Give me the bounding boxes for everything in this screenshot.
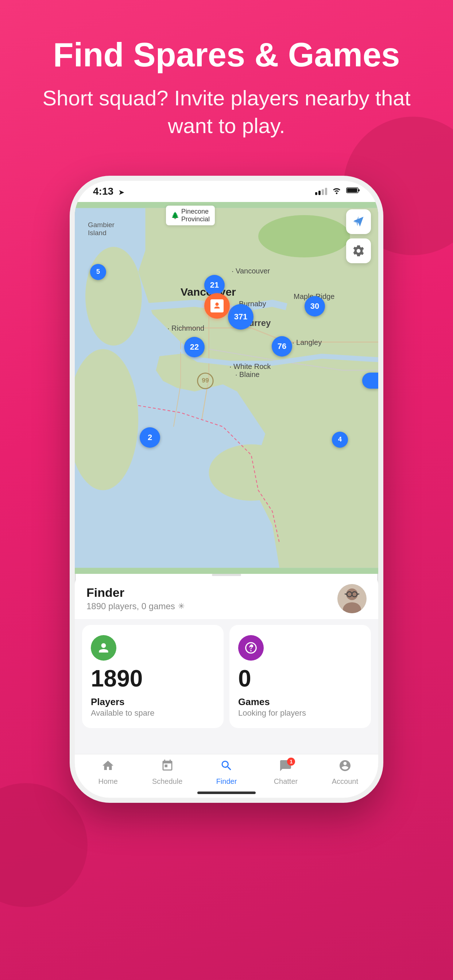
players-label: Players xyxy=(91,696,215,708)
finder-header: Finder 1890 players, 0 games ✳ xyxy=(75,574,378,619)
signal-icon xyxy=(315,188,327,195)
map-label-vancouver-top: · Vancouver xyxy=(231,267,270,275)
svg-point-6 xyxy=(209,444,293,501)
finder-subtitle: 1890 players, 0 games ✳ xyxy=(86,601,185,611)
map-label-blaine: · Blaine xyxy=(235,371,260,379)
map-label-gambier: GambierIsland xyxy=(88,221,115,237)
games-count: 0 xyxy=(238,665,362,692)
svg-point-4 xyxy=(85,247,142,345)
phone-notch xyxy=(197,181,256,194)
map-marker-5[interactable]: 5 xyxy=(90,264,106,280)
games-icon xyxy=(238,635,264,660)
map-label-richmond: · Richmond xyxy=(167,324,204,332)
map-marker-76[interactable]: 76 xyxy=(272,336,292,356)
map-marker-21[interactable]: 21 xyxy=(204,275,225,295)
nav-label-account: Account xyxy=(332,777,358,786)
finder-title: Finder xyxy=(86,585,185,600)
battery-icon xyxy=(346,187,360,196)
map-label-white-rock: · White Rock xyxy=(230,363,271,371)
map-marker-2[interactable]: 2 xyxy=(140,427,160,448)
games-stat-card[interactable]: 0 Games Looking for players xyxy=(230,625,371,728)
map-marker-edge[interactable] xyxy=(362,372,378,389)
svg-point-8 xyxy=(322,508,364,543)
svg-rect-1 xyxy=(347,188,357,192)
nav-label-finder: Finder xyxy=(216,777,237,786)
loading-spinner: ✳ xyxy=(178,601,185,611)
chatter-icon: 1 xyxy=(279,759,292,775)
nav-item-schedule[interactable]: Schedule xyxy=(137,759,196,786)
status-icons xyxy=(315,186,360,197)
bottom-panel: Finder 1890 players, 0 games ✳ xyxy=(75,574,378,754)
players-count: 1890 xyxy=(91,665,215,692)
svg-text:99: 99 xyxy=(202,377,209,384)
games-sublabel: Looking for players xyxy=(238,708,362,718)
map-marker-371[interactable]: 371 xyxy=(228,304,254,329)
games-label: Games xyxy=(238,696,362,708)
svg-point-11 xyxy=(258,215,350,258)
map-svg: 99 xyxy=(75,202,378,574)
nav-label-home: Home xyxy=(99,777,118,786)
map-user-location[interactable] xyxy=(204,293,230,319)
nav-item-chatter[interactable]: 1 Chatter xyxy=(256,759,315,786)
nav-item-finder[interactable]: Finder xyxy=(197,759,256,786)
home-indicator xyxy=(197,792,256,794)
status-time: 4:13 ➤ xyxy=(93,186,124,197)
user-avatar[interactable] xyxy=(337,584,367,613)
hero-title: Find Spares & Games xyxy=(29,37,424,73)
svg-line-19 xyxy=(357,594,359,594)
wifi-icon xyxy=(332,186,342,197)
schedule-icon xyxy=(161,759,174,775)
pull-handle xyxy=(212,570,241,576)
players-icon xyxy=(91,635,116,660)
phone-frame: 4:13 ➤ xyxy=(70,176,383,803)
svg-rect-2 xyxy=(358,189,360,191)
nav-item-home[interactable]: Home xyxy=(78,759,137,786)
stats-row: 1890 Players Available to spare 0 xyxy=(82,625,371,728)
players-sublabel: Available to spare xyxy=(91,708,215,718)
hero-section: Find Spares & Games Short squad? Invite … xyxy=(0,0,453,161)
account-icon xyxy=(338,759,352,775)
finder-header-text: Finder 1890 players, 0 games ✳ xyxy=(86,585,185,611)
map-marker-4[interactable]: 4 xyxy=(332,432,348,448)
map-label-langley: · Langley xyxy=(292,338,322,347)
map-container[interactable]: 99 GambierIsland · Vancouver Vancouver B… xyxy=(75,202,378,574)
phone-mockup: 4:13 ➤ xyxy=(70,176,383,803)
finder-icon xyxy=(220,759,233,775)
pinecone-label: 🌲 PineconeProvincial xyxy=(166,205,215,225)
nav-label-chatter: Chatter xyxy=(274,777,298,786)
svg-line-17 xyxy=(345,594,347,594)
chatter-badge: 1 xyxy=(287,757,295,765)
map-marker-30[interactable]: 30 xyxy=(305,296,325,317)
settings-button[interactable] xyxy=(346,239,371,263)
bottom-nav: Home Schedule Finder xyxy=(75,754,378,798)
nav-label-schedule: Schedule xyxy=(152,777,182,786)
home-icon xyxy=(101,759,115,775)
hero-subtitle: Short squad? Invite players nearby that … xyxy=(29,84,424,139)
nav-item-account[interactable]: Account xyxy=(316,759,375,786)
players-stat-card[interactable]: 1890 Players Available to spare xyxy=(82,625,223,728)
location-button[interactable] xyxy=(346,209,371,234)
location-arrow-icon: ➤ xyxy=(118,189,124,196)
map-marker-22[interactable]: 22 xyxy=(184,337,205,357)
